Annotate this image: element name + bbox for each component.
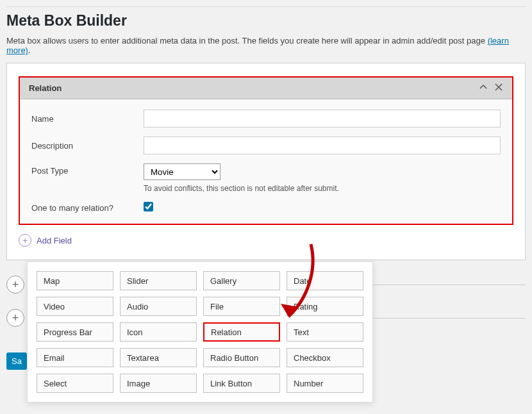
field-type-email[interactable]: Email — [37, 348, 113, 367]
field-type-slider[interactable]: Slider — [120, 271, 197, 290]
description-input[interactable] — [144, 137, 501, 154]
field-type-relation[interactable]: Relation — [203, 322, 280, 342]
field-type-video[interactable]: Video — [37, 297, 113, 316]
field-type-gallery[interactable]: Gallery — [203, 271, 280, 290]
builder-panel: Relation Name Description — [6, 63, 526, 260]
post-type-hint: To avoid conflicts, this section is not … — [144, 184, 501, 193]
field-type-checkbox[interactable]: Checkbox — [287, 348, 363, 367]
field-type-date[interactable]: Date — [287, 271, 363, 290]
plus-icon: + — [6, 309, 24, 327]
name-input[interactable] — [144, 110, 501, 128]
close-icon[interactable] — [494, 83, 503, 94]
intro-text: Meta box allows users to enter additiona… — [6, 36, 526, 55]
section-title: Relation — [29, 83, 62, 93]
post-type-select[interactable]: Movie — [144, 163, 220, 180]
page-title: Meta Box Builder — [6, 12, 526, 29]
field-type-icon[interactable]: Icon — [120, 322, 197, 342]
plus-icon: + — [6, 276, 24, 294]
top-rule — [6, 6, 526, 7]
collapse-icon[interactable] — [479, 83, 488, 94]
field-type-file[interactable]: File — [203, 297, 280, 316]
plus-icon: + — [19, 234, 31, 247]
field-type-textarea[interactable]: Textarea — [120, 348, 197, 367]
post-type-label: Post Type — [31, 166, 144, 176]
field-type-image[interactable]: Image — [120, 374, 197, 378]
field-type-radio-button[interactable]: Radio Button — [203, 348, 280, 367]
field-type-audio[interactable]: Audio — [120, 297, 197, 316]
field-type-map[interactable]: Map — [37, 271, 113, 290]
field-type-progress-bar[interactable]: Progress Bar — [37, 322, 113, 342]
field-types-flyout: MapSliderGalleryDateVideoAudioFileRating… — [27, 261, 373, 378]
save-button[interactable]: Sa — [6, 352, 27, 370]
field-type-text[interactable]: Text — [287, 322, 363, 342]
description-label: Description — [31, 141, 144, 151]
field-type-link-button[interactable]: Link Button — [203, 374, 280, 378]
section-header: Relation — [20, 78, 512, 99]
one-to-many-label: One to many relation? — [31, 203, 144, 213]
one-to-many-checkbox[interactable] — [144, 202, 153, 211]
field-type-rating[interactable]: Rating — [287, 297, 363, 316]
section-relation: Relation Name Description — [19, 76, 513, 225]
add-field-button[interactable]: + Add Field — [19, 234, 513, 247]
field-type-select[interactable]: Select — [37, 374, 113, 378]
field-type-number[interactable]: Number — [287, 374, 363, 378]
name-label: Name — [31, 114, 144, 124]
